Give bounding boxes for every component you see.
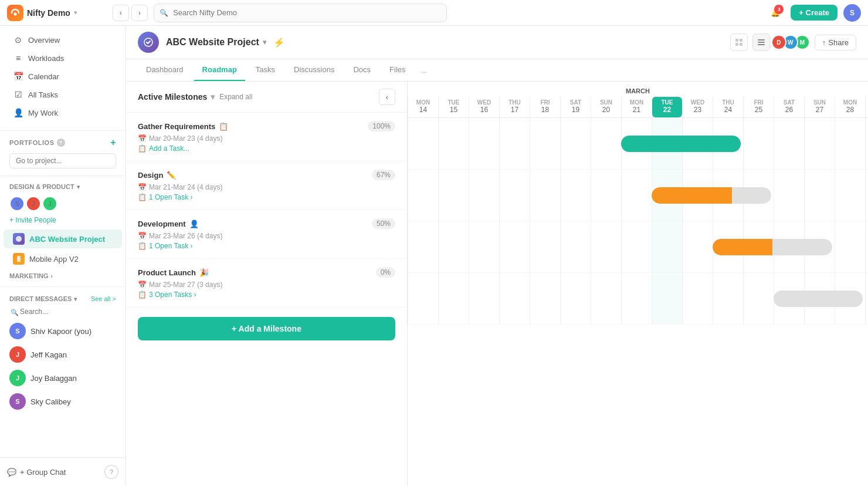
dm-avatar-joy: J: [9, 370, 26, 386]
milestone-pct-dev: 50%: [372, 218, 395, 229]
day-col-14: MON14: [408, 97, 438, 117]
collapse-panel-button[interactable]: ‹: [379, 89, 395, 105]
dm-item-sky[interactable]: S Sky Calibey: [0, 390, 126, 413]
sidebar-item-label-all-tasks: All Tasks: [28, 90, 58, 99]
month-label: MARCH: [408, 85, 868, 97]
go-to-project-input[interactable]: [9, 153, 116, 168]
svg-rect-9: [758, 42, 765, 43]
user-avatar[interactable]: S: [843, 4, 861, 22]
dm-item-joy[interactable]: J Joy Balaggan: [0, 366, 126, 390]
project-title-chevron[interactable]: ▾: [263, 38, 266, 46]
gantt-bar-dev[interactable]: [713, 239, 832, 255]
nav-forward-button[interactable]: ›: [131, 5, 148, 21]
project-tabs: Dashboard Roadmap Tasks Discussions Docs…: [126, 59, 868, 82]
share-button[interactable]: ↑ Share: [815, 35, 856, 50]
milestone-tasks-dev[interactable]: 📋 1 Open Task ›: [138, 242, 395, 250]
milestone-name-gather: Gather Requirements 📋 100%: [138, 121, 395, 131]
app-body: ⊙ Overview ≡ Workloads 📅 Calendar ☑ All …: [0, 0, 868, 486]
svg-rect-8: [758, 39, 765, 41]
expand-all-button[interactable]: Expand all: [219, 93, 252, 101]
grid-view-button[interactable]: [730, 33, 748, 51]
team-avatar-1: S: [9, 196, 25, 211]
search-icon: 🔍: [160, 9, 168, 17]
group-chat-button[interactable]: 💬 + Group Chat: [7, 468, 66, 477]
milestone-tasks-launch[interactable]: 📋 3 Open Tasks ›: [138, 291, 395, 299]
portfolios-add-button[interactable]: +: [110, 138, 116, 147]
notification-badge: 3: [774, 5, 784, 14]
topbar-right: 🔔 3 + Create S: [766, 4, 861, 22]
gantt-bar-launch[interactable]: [774, 291, 863, 307]
dm-item-shiv[interactable]: S Shiv Kapoor (you): [0, 319, 126, 343]
tab-tasks[interactable]: Tasks: [247, 59, 283, 81]
dm-avatar-jeff: J: [9, 346, 26, 363]
lightning-icon[interactable]: ⚡: [273, 37, 285, 48]
milestone-dates-dev: 📅 Mar 23-Mar 26 (4 days): [138, 232, 395, 240]
tab-discussions[interactable]: Discussions: [286, 59, 343, 81]
milestone-rows: Gather Requirements 📋 100% 📅 Mar 20-Mar …: [126, 113, 407, 308]
gantt-bar-gather[interactable]: [621, 136, 741, 152]
sidebar-item-overview[interactable]: ⊙ Overview: [4, 31, 122, 49]
overview-icon: ⊙: [13, 35, 23, 45]
sidebar-project-mobile[interactable]: Mobile App V2: [4, 249, 122, 268]
svg-rect-2: [17, 256, 21, 262]
sidebar-divider-2: [0, 176, 126, 176]
day-col-18: FRI18: [530, 97, 560, 117]
tasks-icon: 📋: [138, 193, 147, 201]
abc-project-label: ABC Website Project: [29, 235, 105, 244]
milestones-caret: ▾: [211, 92, 215, 102]
sidebar-project-abc[interactable]: ABC Website Project: [4, 230, 122, 248]
sidebar-item-calendar[interactable]: 📅 Calendar: [4, 68, 122, 85]
add-task-gather[interactable]: 📋 Add a Task...: [138, 144, 395, 153]
sidebar-item-label-calendar: Calendar: [28, 72, 59, 81]
day-col-25: FRI25: [743, 97, 774, 117]
milestone-tasks-design[interactable]: 📋 1 Open Task ›: [138, 193, 395, 201]
milestone-dates-design: 📅 Mar 21-Mar 24 (4 days): [138, 183, 395, 191]
tab-docs[interactable]: Docs: [345, 59, 379, 81]
go-to-project-wrapper: [0, 151, 126, 172]
calendar-icon: 📅: [13, 72, 23, 81]
milestone-row-design: Design ✏️ 67% 📅 Mar 21-Mar 24 (4 days) 📋…: [126, 161, 407, 210]
tab-more-button[interactable]: ...: [416, 60, 432, 80]
my-work-icon: 👤: [13, 108, 23, 117]
dm-see-all-button[interactable]: See all >: [91, 295, 116, 302]
design-product-chevron: ▾: [77, 184, 80, 190]
create-button[interactable]: + Create: [791, 5, 838, 21]
calendar-body: [408, 118, 868, 486]
tab-dashboard[interactable]: Dashboard: [138, 59, 192, 81]
member-avatar-d: D: [771, 35, 786, 50]
dm-search-input[interactable]: [9, 308, 116, 316]
invite-people-button[interactable]: + Invite People: [0, 214, 126, 229]
project-header: ABC Website Project ▾ ⚡ D W M ↑ Share: [126, 26, 868, 59]
day-col-19: SAT19: [560, 97, 591, 117]
dm-chevron: ▾: [74, 296, 77, 302]
day-col-20: SUN20: [591, 97, 621, 117]
workloads-icon: ≡: [13, 53, 23, 63]
tab-roadmap[interactable]: Roadmap: [194, 59, 245, 81]
calendar-area: MARCH MON14TUE15WED16THU17FRI18SAT19SUN2…: [408, 82, 868, 486]
gantt-bar-design[interactable]: [652, 187, 771, 204]
abc-project-icon: [13, 233, 25, 245]
day-col-23: WED23: [682, 97, 713, 117]
search-input[interactable]: [154, 4, 447, 22]
list-view-button[interactable]: [752, 33, 770, 51]
nav-back-button[interactable]: ‹: [113, 5, 129, 21]
milestone-pct-design: 67%: [372, 170, 395, 180]
tab-files[interactable]: Files: [381, 59, 413, 81]
milestone-panel: Active Milestones ▾ Expand all ‹ Gather …: [126, 82, 408, 486]
portfolios-info-icon[interactable]: ?: [57, 139, 65, 147]
sidebar-item-my-work[interactable]: 👤 My Work: [4, 104, 122, 122]
sidebar-item-all-tasks[interactable]: ☑ All Tasks: [4, 86, 122, 103]
mobile-project-label: Mobile App V2: [29, 255, 79, 264]
help-button[interactable]: ?: [104, 465, 118, 479]
dm-item-jeff[interactable]: J Jeff Kagan: [0, 343, 126, 366]
dm-avatar-shiv: S: [9, 323, 26, 339]
app-logo[interactable]: Nifty Demo ▾: [7, 5, 107, 21]
marketing-header[interactable]: MARKETING ›: [0, 269, 126, 283]
sidebar-item-workloads[interactable]: ≡ Workloads: [4, 49, 122, 67]
tasks-icon: 📋: [138, 291, 147, 299]
notification-button[interactable]: 🔔 3: [766, 4, 785, 22]
add-milestone-button[interactable]: + Add a Milestone: [138, 317, 395, 340]
dm-name-shiv: Shiv Kapoor (you): [30, 327, 91, 336]
milestone-pct-launch: 0%: [376, 267, 395, 278]
sidebar: ⊙ Overview ≡ Workloads 📅 Calendar ☑ All …: [0, 26, 126, 486]
